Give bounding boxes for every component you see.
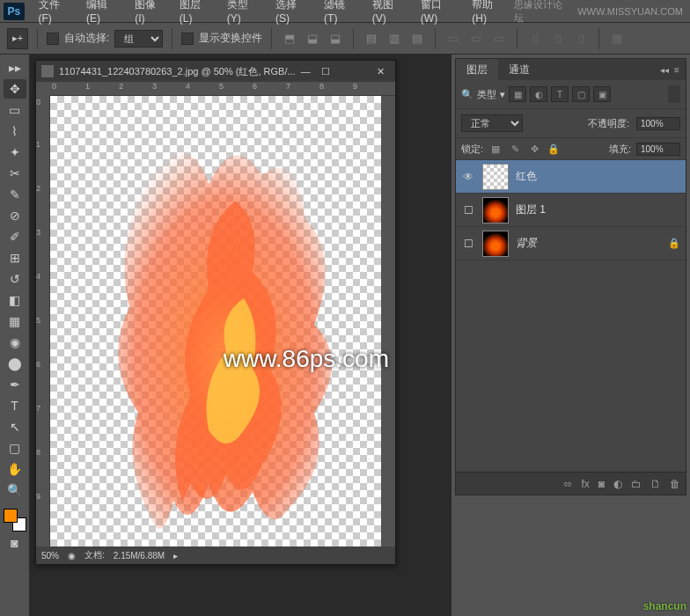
panel-collapse-icon[interactable]: ◂◂: [659, 64, 670, 75]
layer-thumbnail[interactable]: [482, 164, 509, 190]
layer-thumbnail[interactable]: [482, 197, 509, 224]
stamp-tool[interactable]: ⊞: [4, 248, 26, 268]
pen-tool[interactable]: ✒: [4, 375, 26, 394]
filter-adjust-icon[interactable]: ◐: [530, 86, 547, 102]
type-tool[interactable]: T: [4, 396, 26, 415]
filter-type-icon[interactable]: T: [551, 86, 569, 102]
canvas[interactable]: [50, 96, 381, 546]
link-layers-icon[interactable]: ⬄: [563, 478, 572, 490]
dodge-tool[interactable]: ⬤: [4, 354, 26, 373]
expand-icon[interactable]: ▸▸: [4, 58, 26, 77]
group-icon[interactable]: 🗀: [631, 478, 642, 490]
zoom-tool[interactable]: 🔍: [4, 480, 26, 500]
tab-layers[interactable]: 图层: [456, 59, 498, 80]
distribute-2-icon[interactable]: ▭: [467, 30, 485, 48]
visibility-icon[interactable]: ☐: [461, 203, 475, 217]
adjustment-layer-icon[interactable]: ◐: [613, 478, 622, 490]
brush-tool[interactable]: ✐: [4, 227, 26, 246]
history-brush-tool[interactable]: ↺: [4, 269, 26, 289]
distribute-6-icon[interactable]: ▯: [572, 30, 590, 48]
lock-position-icon[interactable]: ✥: [527, 142, 541, 156]
align-bottom-icon[interactable]: ⬓: [327, 30, 344, 48]
blend-mode-select[interactable]: 正常: [461, 114, 523, 132]
layers-panel: 图层 通道 ◂◂ ≡ 🔍 类型 ▾ ▦ ◐ T ▢ ▣: [455, 58, 686, 495]
new-layer-icon[interactable]: 🗋: [650, 478, 661, 490]
auto-select-checkbox[interactable]: [47, 33, 59, 45]
distribute-3-icon[interactable]: ▭: [490, 30, 508, 48]
ruler-horizontal: 0 1 2 3 4 5 6 7 8 9: [50, 82, 395, 96]
align-left-icon[interactable]: ▤: [363, 30, 380, 48]
eraser-tool[interactable]: ◧: [4, 290, 26, 310]
document-tab[interactable]: 11074431_122403780263_2.jpg @ 50% (红色, R…: [36, 61, 395, 82]
align-vcenter-icon[interactable]: ⬓: [304, 30, 321, 48]
lock-all-icon[interactable]: 🔒: [547, 142, 561, 156]
quickmask-tool[interactable]: ◙: [4, 533, 26, 553]
layer-name[interactable]: 红色: [516, 169, 537, 184]
distribute-5-icon[interactable]: ▯: [549, 30, 567, 48]
menu-image[interactable]: 图像(I): [128, 0, 172, 28]
healing-tool[interactable]: ⊘: [4, 206, 26, 225]
filter-kind-dropdown[interactable]: 🔍 类型 ▾: [461, 88, 505, 101]
panel-menu-icon[interactable]: ≡: [672, 64, 682, 75]
delete-layer-icon[interactable]: 🗑: [670, 478, 680, 490]
opacity-input[interactable]: [636, 117, 680, 130]
menu-select[interactable]: 选择(S): [268, 0, 317, 28]
foreground-color[interactable]: [4, 509, 18, 523]
layer-style-icon[interactable]: fx: [581, 478, 589, 490]
window-close-icon[interactable]: ✕: [371, 66, 390, 77]
lock-transparent-icon[interactable]: ▦: [488, 142, 503, 156]
align-right-icon[interactable]: ▤: [408, 30, 426, 48]
layer-name[interactable]: 背景: [516, 236, 537, 251]
layer-mask-icon[interactable]: ◙: [598, 478, 605, 490]
status-arrow-icon[interactable]: ▸: [173, 551, 178, 561]
window-minimize-icon[interactable]: —: [296, 66, 316, 77]
eyedropper-tool[interactable]: ✎: [4, 185, 26, 204]
lasso-tool[interactable]: ⌇: [4, 121, 26, 141]
menu-help[interactable]: 帮助(H): [465, 0, 514, 28]
window-maximize-icon[interactable]: ☐: [316, 66, 335, 77]
align-top-icon[interactable]: ⬒: [281, 30, 298, 48]
menu-view[interactable]: 视图(V): [365, 0, 414, 28]
hand-tool[interactable]: ✋: [4, 459, 26, 479]
distribute-4-icon[interactable]: ▯: [526, 30, 544, 48]
blur-tool[interactable]: ◉: [4, 333, 26, 352]
color-swatch[interactable]: [4, 509, 26, 532]
auto-select-dropdown[interactable]: 组: [114, 30, 163, 48]
zoom-level[interactable]: 50%: [41, 551, 59, 561]
filter-smart-icon[interactable]: ▣: [593, 86, 611, 102]
auto-align-icon[interactable]: ▦: [608, 30, 626, 48]
visibility-icon[interactable]: ☐: [461, 237, 475, 251]
lock-pixels-icon[interactable]: ✎: [508, 142, 522, 156]
menu-bar: Ps 文件(F) 编辑(E) 图像(I) 图层(L) 类型(Y) 选择(S) 滤…: [0, 0, 690, 23]
layer-thumbnail[interactable]: [482, 231, 509, 257]
crop-tool[interactable]: ✂: [4, 164, 26, 183]
menu-filter[interactable]: 滤镜(T): [317, 0, 365, 28]
marquee-tool[interactable]: ▭: [4, 100, 26, 120]
show-transform-checkbox[interactable]: [181, 33, 194, 45]
align-hcenter-icon[interactable]: ▥: [385, 30, 403, 48]
filter-toggle[interactable]: [668, 85, 680, 103]
menu-file[interactable]: 文件(F): [32, 0, 80, 28]
menu-layer[interactable]: 图层(L): [172, 0, 220, 28]
path-select-tool[interactable]: ↖: [4, 417, 26, 436]
magic-wand-tool[interactable]: ✦: [4, 143, 26, 162]
layer-name[interactable]: 图层 1: [516, 202, 546, 217]
move-tool[interactable]: ✥: [4, 79, 26, 99]
layer-row[interactable]: 👁 红色: [456, 160, 686, 194]
document-title: 11074431_122403780263_2.jpg @ 50% (红色, R…: [59, 65, 296, 78]
shape-tool[interactable]: ▢: [4, 438, 26, 458]
canvas-viewport[interactable]: [50, 96, 381, 546]
move-tool-icon[interactable]: ▸+: [7, 28, 28, 49]
gradient-tool[interactable]: ▦: [4, 312, 26, 331]
fill-input[interactable]: [636, 143, 680, 156]
filter-shape-icon[interactable]: ▢: [572, 86, 590, 102]
distribute-1-icon[interactable]: ▭: [444, 30, 462, 48]
layer-row[interactable]: ☐ 图层 1: [456, 194, 686, 227]
visibility-icon[interactable]: 👁: [461, 170, 475, 184]
menu-window[interactable]: 窗口(W): [414, 0, 465, 28]
layer-row[interactable]: ☐ 背景 🔒: [456, 227, 686, 260]
menu-edit[interactable]: 编辑(E): [79, 0, 128, 28]
filter-pixel-icon[interactable]: ▦: [509, 86, 526, 102]
tab-channels[interactable]: 通道: [498, 59, 540, 80]
menu-type[interactable]: 类型(Y): [220, 0, 268, 28]
